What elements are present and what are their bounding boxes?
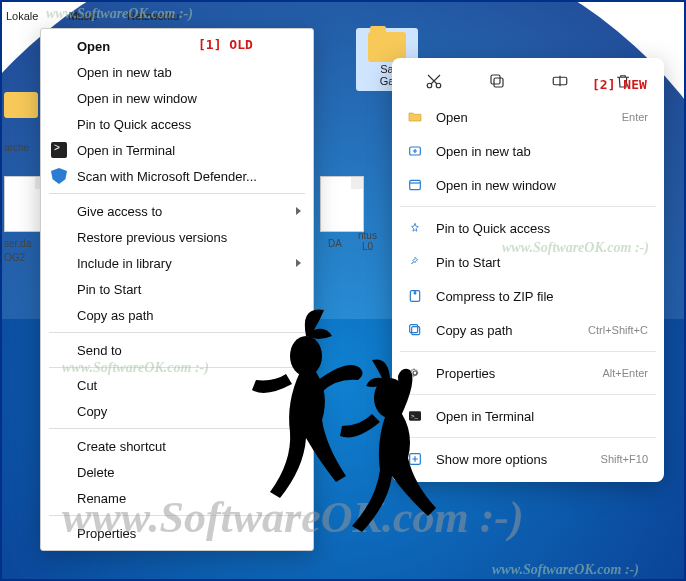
menu-pin-quick-access[interactable]: Pin to Quick access xyxy=(41,111,313,137)
folder-row: Lokale Music Netzwerku xyxy=(2,10,684,22)
separator xyxy=(49,193,305,194)
separator xyxy=(400,206,656,207)
badge-old: [1] OLD xyxy=(198,38,253,51)
new-window-icon xyxy=(406,176,424,194)
menu-give-access[interactable]: Give access to xyxy=(41,198,313,224)
menu-pin-start[interactable]: Pin to Start xyxy=(398,245,658,279)
menu-open[interactable]: Open xyxy=(41,33,313,59)
folder-label: Lokale xyxy=(6,10,38,22)
bg-folder xyxy=(4,92,38,118)
badge-new: [2] NEW xyxy=(592,78,647,91)
folder-label: Netzwerku xyxy=(127,10,179,22)
bg-label: ntus L0 xyxy=(358,230,377,252)
menu-scan-defender[interactable]: Scan with Microsoft Defender... xyxy=(41,163,313,189)
new-tab-icon xyxy=(406,142,424,160)
shortcut-label: Ctrl+Shift+C xyxy=(588,324,648,336)
bg-label: OG2 xyxy=(4,252,25,263)
terminal-icon xyxy=(51,142,67,158)
copy-icon[interactable] xyxy=(486,70,508,92)
menu-include-library[interactable]: Include in library xyxy=(41,250,313,276)
menu-open-new-window[interactable]: Open in new window xyxy=(41,85,313,111)
pin-start-icon xyxy=(406,253,424,271)
stick-figures-illustration xyxy=(240,302,460,562)
menu-open[interactable]: Open Enter xyxy=(398,100,658,134)
menu-open-new-tab[interactable]: Open in new tab xyxy=(41,59,313,85)
bg-label: DA xyxy=(328,238,342,249)
folder-label: Music xyxy=(68,10,97,22)
svg-point-14 xyxy=(290,336,322,376)
shortcut-label: Shift+F10 xyxy=(601,453,648,465)
menu-pin-start[interactable]: Pin to Start xyxy=(41,276,313,302)
svg-rect-6 xyxy=(410,180,421,189)
shortcut-label: Enter xyxy=(622,111,648,123)
pin-icon xyxy=(406,219,424,237)
rename-icon[interactable] xyxy=(549,70,571,92)
bg-label: arche xyxy=(4,142,29,153)
svg-rect-2 xyxy=(494,78,503,87)
cut-icon[interactable] xyxy=(423,70,445,92)
menu-open-new-tab[interactable]: Open in new tab xyxy=(398,134,658,168)
folder-open-icon xyxy=(406,108,424,126)
menu-pin-quick-access[interactable]: Pin to Quick access xyxy=(398,211,658,245)
shield-icon xyxy=(51,168,67,184)
bg-label: ser.da xyxy=(4,238,31,249)
bg-file xyxy=(320,176,364,232)
menu-restore-versions[interactable]: Restore previous versions xyxy=(41,224,313,250)
menu-open-new-window[interactable]: Open in new window xyxy=(398,168,658,202)
svg-rect-3 xyxy=(491,75,500,84)
menu-open-terminal[interactable]: Open in Terminal xyxy=(41,137,313,163)
shortcut-label: Alt+Enter xyxy=(602,367,648,379)
